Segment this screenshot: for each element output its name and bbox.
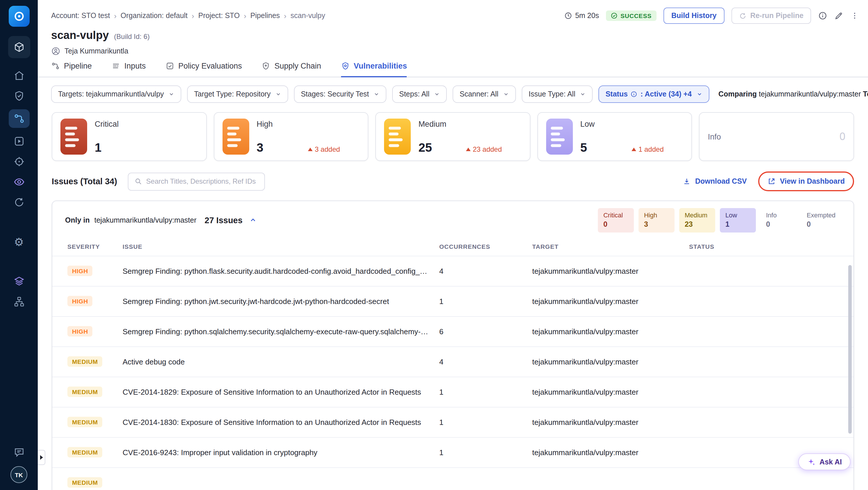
rerun-icon	[739, 12, 747, 20]
occurrences: 4	[439, 267, 532, 275]
module-selector-icon[interactable]	[8, 36, 30, 58]
issue-title: CVE-2014-1830: Exposure of Sensitive Inf…	[123, 418, 439, 426]
severity-card-low[interactable]: Low 5 1 added	[537, 112, 692, 161]
severity-card-info[interactable]: Info 0	[699, 112, 854, 161]
table-row[interactable]: MEDIUM CVE-2014-1829: Exposure of Sensit…	[52, 376, 854, 406]
issues-search[interactable]	[127, 172, 265, 190]
search-input[interactable]	[146, 177, 258, 185]
shield-check-icon[interactable]	[9, 89, 29, 103]
occurrences: 1	[439, 418, 532, 426]
severity-card-high[interactable]: High 3 3 added	[214, 112, 368, 161]
breadcrumb-pipelines[interactable]: Pipelines	[250, 11, 280, 20]
breadcrumb-current: scan-vulpy	[290, 11, 326, 20]
chip-high[interactable]: High3	[639, 208, 675, 232]
tab-supply-chain[interactable]: Supply Chain	[262, 62, 321, 77]
issue-title: CVE-2014-1829: Exposure of Sensitive Inf…	[123, 388, 439, 396]
pipelines-icon[interactable]	[8, 109, 29, 128]
clock-icon	[564, 11, 572, 20]
policy-check-icon	[165, 62, 174, 70]
table-row[interactable]: HIGH Semgrep Finding: python.jwt.securit…	[52, 286, 854, 316]
filter-targets[interactable]: Targets: tejakummarikuntla/vulpy	[51, 86, 181, 103]
ask-ai-button[interactable]: Ask AI	[798, 453, 850, 470]
added-count: 23 added	[466, 145, 521, 153]
chevron-down-icon	[374, 91, 379, 97]
collapse-chevron-icon[interactable]	[250, 216, 257, 224]
filter-issue-type[interactable]: Issue Type: All	[522, 86, 593, 103]
group-issue-count: 27 Issues	[205, 216, 243, 225]
user-avatar[interactable]: TK	[10, 466, 27, 483]
tab-inputs[interactable]: Inputs	[112, 62, 146, 77]
executions-icon[interactable]	[9, 134, 29, 148]
filter-stages[interactable]: Stages: Security Test	[294, 86, 386, 103]
author-row: Teja Kummarikuntla	[38, 42, 868, 56]
chevron-down-icon	[696, 91, 702, 97]
breadcrumb-separator: ›	[244, 11, 246, 20]
severity-chip-row: Critical0 High3 Medium23 Low1 Info0 Exem…	[598, 208, 841, 232]
filter-status[interactable]: Status : Active (34) +4	[598, 86, 709, 103]
home-icon[interactable]	[9, 69, 29, 83]
build-history-button[interactable]: Build History	[663, 7, 725, 24]
group-only-in-label: Only in	[65, 216, 90, 224]
occurrences: 4	[439, 357, 532, 366]
edit-pencil-icon[interactable]	[834, 11, 844, 20]
tab-vulnerabilities[interactable]: Vulnerabilities	[341, 62, 407, 77]
info-icon[interactable]	[818, 11, 827, 20]
download-csv-button[interactable]: Download CSV	[683, 177, 747, 185]
filter-target-type[interactable]: Target Type: Repository	[187, 86, 288, 103]
check-circle-icon	[611, 12, 618, 19]
sparkle-icon	[807, 457, 815, 466]
filter-scanner[interactable]: Scanner: All	[453, 86, 516, 103]
chip-critical[interactable]: Critical0	[598, 208, 634, 232]
security-tests-eye-icon[interactable]	[9, 175, 29, 189]
harness-logo[interactable]	[8, 6, 29, 27]
filter-steps[interactable]: Steps: All	[392, 86, 447, 103]
table-row[interactable]: HIGH Semgrep Finding: python.sqlalchemy.…	[52, 316, 854, 346]
pipeline-icon	[51, 62, 60, 70]
severity-badge: MEDIUM	[67, 417, 102, 427]
targets-icon[interactable]	[9, 155, 29, 169]
rerun-pipeline-button[interactable]: Re-run Pipeline	[732, 7, 811, 24]
breadcrumb-separator: ›	[192, 11, 194, 20]
kebab-menu-icon[interactable]	[850, 11, 859, 20]
top-bar: Account: STO test › Organization: defaul…	[38, 0, 868, 24]
table-row[interactable]: MEDIUM	[52, 467, 854, 490]
occurrences: 1	[439, 448, 532, 457]
chip-medium[interactable]: Medium23	[679, 208, 715, 232]
tab-pipeline[interactable]: Pipeline	[51, 62, 92, 77]
severity-card-medium[interactable]: Medium 25 23 added	[375, 112, 530, 161]
occurrences: 1	[439, 297, 532, 305]
settings-gear-icon[interactable]: ⚙	[9, 235, 29, 249]
severity-badge: HIGH	[67, 326, 93, 337]
severity-card-critical[interactable]: Critical 1	[52, 112, 207, 161]
table-row[interactable]: HIGH Semgrep Finding: python.flask.secur…	[52, 255, 854, 286]
tab-bar: Pipeline Inputs Policy Evaluations Suppl…	[38, 56, 868, 77]
page-title: scan-vulpy	[51, 29, 109, 42]
view-in-dashboard-button[interactable]: View in Dashboard	[768, 177, 845, 185]
breadcrumb-project[interactable]: Project: STO	[198, 11, 240, 20]
added-count: 3 added	[308, 145, 360, 153]
search-icon	[134, 177, 142, 185]
vertical-scrollbar[interactable]	[848, 265, 852, 434]
severity-cards: Critical 1 High 3 3 added Medium	[38, 110, 868, 161]
critical-severity-icon	[60, 119, 87, 155]
table-row[interactable]: MEDIUM CVE-2016-9243: Improper input val…	[52, 437, 854, 467]
chip-info[interactable]: Info0	[761, 208, 797, 232]
chip-low[interactable]: Low1	[720, 208, 756, 232]
target: tejakummarikuntla/vulpy:master	[532, 418, 689, 426]
table-row[interactable]: MEDIUM CVE-2014-1830: Exposure of Sensit…	[52, 406, 854, 437]
sidebar-expander-button[interactable]	[38, 450, 45, 465]
issue-title: Active debug code	[123, 357, 439, 366]
tab-policy-evaluations[interactable]: Policy Evaluations	[165, 62, 242, 77]
breadcrumb-organization[interactable]: Organization: default	[121, 11, 188, 20]
author-name: Teja Kummarikuntla	[64, 47, 128, 55]
chevron-down-icon	[434, 91, 440, 97]
breadcrumb-account[interactable]: Account: STO test	[51, 11, 110, 20]
chat-feedback-icon[interactable]	[9, 445, 29, 459]
org-hierarchy-icon[interactable]	[9, 295, 29, 309]
vulnerabilities-shield-icon	[341, 62, 349, 70]
target: tejakummarikuntla/vulpy:master	[532, 357, 689, 366]
sync-icon[interactable]	[9, 195, 29, 209]
layers-icon[interactable]	[9, 274, 29, 288]
table-row[interactable]: MEDIUM Active debug code 4 tejakummariku…	[52, 346, 854, 376]
chip-exempted[interactable]: Exempted0	[802, 208, 841, 232]
